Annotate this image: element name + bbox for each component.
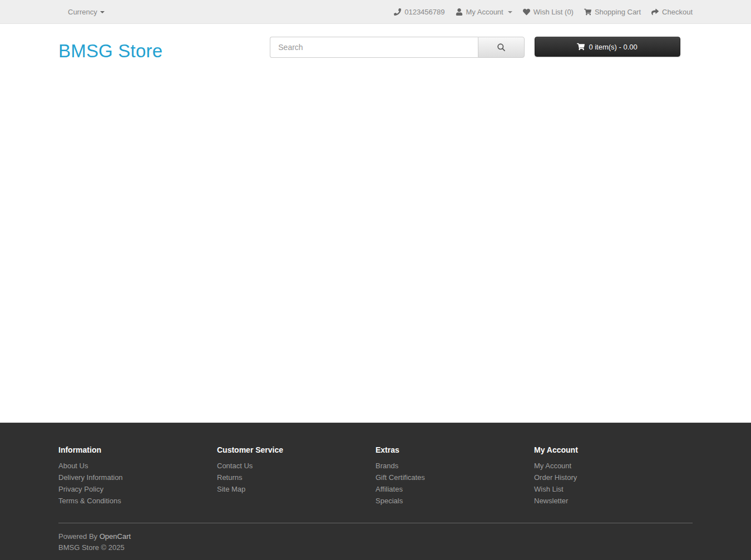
footer-link-gift-certificates[interactable]: Gift Certificates	[376, 473, 425, 482]
list-item: Terms & Conditions	[58, 495, 209, 507]
top-links: 0123456789 My Account Wish List (0)	[394, 8, 693, 16]
phone-icon	[394, 8, 401, 16]
footer-column-extras: Extras Brands Gift Certificates Affiliat…	[376, 445, 534, 507]
footer: Information About Us Delivery Informatio…	[0, 423, 751, 560]
cart-column: 0 item(s) - 0.00	[535, 24, 693, 78]
share-icon	[651, 8, 659, 16]
search-input[interactable]	[270, 37, 478, 58]
opencart-link[interactable]: OpenCart	[100, 532, 131, 541]
footer-link-contact-us[interactable]: Contact Us	[217, 462, 253, 470]
footer-column-customer-service: Customer Service Contact Us Returns Site…	[217, 445, 376, 507]
footer-divider	[58, 523, 693, 523]
cart-total-button[interactable]: 0 item(s) - 0.00	[535, 37, 680, 57]
footer-link-brands[interactable]: Brands	[376, 462, 398, 470]
footer-link-privacy-policy[interactable]: Privacy Policy	[58, 485, 103, 493]
list-item: Specials	[376, 495, 526, 507]
list-item: Contact Us	[217, 460, 367, 472]
footer-link-wish-list[interactable]: Wish List	[534, 485, 564, 493]
currency-label: Currency	[68, 8, 97, 16]
wish-list-link[interactable]: Wish List (0)	[523, 8, 574, 16]
logo-column: BMSG Store	[58, 24, 270, 78]
header: BMSG Store 0 item(s) - 0.00	[0, 24, 751, 78]
top-link-my-account: My Account	[456, 8, 512, 16]
list-item: My Account	[534, 460, 684, 472]
footer-columns: Information About Us Delivery Informatio…	[58, 445, 693, 507]
top-link-wish-list: Wish List (0)	[523, 8, 574, 16]
footer-heading: Information	[58, 445, 209, 454]
top-bar: Currency 0123456789 My Account	[0, 0, 751, 24]
list-item: About Us	[58, 460, 209, 472]
phone-item: 0123456789	[394, 8, 444, 16]
shopping-cart-link[interactable]: Shopping Cart	[584, 8, 641, 16]
list-item: Newsletter	[534, 495, 684, 507]
checkout-link[interactable]: Checkout	[651, 8, 693, 16]
chevron-down-icon	[100, 11, 105, 13]
powered-by-prefix: Powered By	[58, 532, 97, 541]
footer-link-delivery-information[interactable]: Delivery Information	[58, 473, 123, 482]
footer-link-site-map[interactable]: Site Map	[217, 485, 245, 493]
search-group	[270, 37, 525, 58]
cart-total-label: 0 item(s) - 0.00	[589, 43, 637, 51]
list-item: Wish List	[534, 483, 684, 495]
list-item: Delivery Information	[58, 472, 209, 483]
list-item: Affiliates	[376, 483, 526, 495]
currency-dropdown[interactable]: Currency	[62, 6, 110, 18]
chevron-down-icon	[508, 11, 512, 13]
footer-link-returns[interactable]: Returns	[217, 473, 243, 482]
list-item: Site Map	[217, 483, 367, 495]
heart-icon	[523, 8, 530, 16]
checkout-label: Checkout	[662, 8, 693, 16]
phone-number: 0123456789	[404, 8, 444, 16]
store-logo-link[interactable]: BMSG Store	[58, 41, 162, 61]
copyright-text: BMSG Store © 2025	[58, 542, 693, 553]
list-item: Order History	[534, 472, 684, 483]
top-link-checkout: Checkout	[651, 8, 693, 16]
footer-link-terms-conditions[interactable]: Terms & Conditions	[58, 497, 121, 505]
list-item: Returns	[217, 472, 367, 483]
my-account-label: My Account	[466, 8, 503, 16]
list-item: Gift Certificates	[376, 472, 526, 483]
search-icon	[497, 43, 506, 52]
top-link-shopping-cart: Shopping Cart	[584, 8, 641, 16]
footer-column-my-account: My Account My Account Order History Wish…	[534, 445, 693, 507]
footer-link-specials[interactable]: Specials	[376, 497, 403, 505]
footer-link-my-account[interactable]: My Account	[534, 462, 571, 470]
footer-heading: Customer Service	[217, 445, 367, 454]
shopping-cart-icon	[577, 43, 585, 51]
user-icon	[456, 8, 463, 16]
shopping-cart-icon	[584, 8, 591, 16]
list-item: Privacy Policy	[58, 483, 209, 495]
footer-heading: Extras	[376, 445, 526, 454]
my-account-dropdown[interactable]: My Account	[456, 8, 512, 16]
footer-column-information: Information About Us Delivery Informatio…	[58, 445, 217, 507]
shopping-cart-label: Shopping Cart	[595, 8, 641, 16]
footer-heading: My Account	[534, 445, 684, 454]
store-logo: BMSG Store	[58, 41, 261, 62]
footer-link-affiliates[interactable]: Affiliates	[376, 485, 403, 493]
search-button[interactable]	[478, 37, 525, 58]
wish-list-label: Wish List (0)	[533, 8, 574, 16]
search-column	[270, 24, 534, 78]
footer-link-order-history[interactable]: Order History	[534, 473, 577, 482]
footer-link-newsletter[interactable]: Newsletter	[534, 497, 568, 505]
powered-by-text: Powered By OpenCart	[58, 531, 693, 542]
footer-link-about-us[interactable]: About Us	[58, 462, 88, 470]
main-content	[0, 78, 751, 423]
list-item: Brands	[376, 460, 526, 472]
